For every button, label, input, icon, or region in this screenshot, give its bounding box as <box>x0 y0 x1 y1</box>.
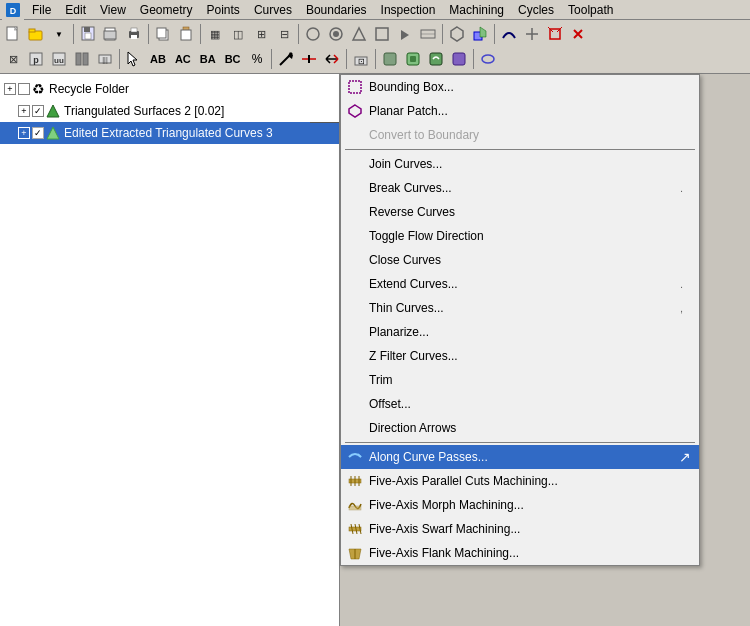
menu-points[interactable]: Points <box>201 1 246 19</box>
tb15[interactable] <box>498 23 520 45</box>
menu-inspection[interactable]: Inspection <box>375 1 442 19</box>
app-icon[interactable]: D <box>2 0 24 21</box>
tb19[interactable]: ⊠ <box>2 48 24 70</box>
tb30[interactable] <box>402 48 424 70</box>
tb12[interactable] <box>417 23 439 45</box>
tree-panel: + ♻ Recycle Folder + Triangulated Surfac… <box>0 74 340 626</box>
ctx-planarize[interactable]: Planarize... <box>341 320 699 344</box>
ctx-trim[interactable]: Trim <box>341 368 699 392</box>
ctx-five-axis-parallel[interactable]: Five-Axis Parallel Cuts Machining... <box>341 469 699 493</box>
svg-marker-23 <box>451 27 463 41</box>
tree-checkbox-edited[interactable] <box>32 127 44 139</box>
ctx-along-curve[interactable]: Along Curve Passes... ↗ <box>341 445 699 469</box>
ctx-join-curves[interactable]: Join Curves... <box>341 152 699 176</box>
tb28[interactable]: ⊡ <box>350 48 372 70</box>
svg-text:uu: uu <box>54 56 64 65</box>
tb33[interactable] <box>477 48 499 70</box>
ctx-five-axis-flank[interactable]: Five-Axis Flank Machining... <box>341 541 699 565</box>
tb22[interactable] <box>71 48 93 70</box>
tb7[interactable] <box>302 23 324 45</box>
tree-expand-recycle[interactable]: + <box>4 83 16 95</box>
tb-bc[interactable]: BC <box>221 48 245 70</box>
menu-machining[interactable]: Machining <box>443 1 510 19</box>
ctx-z-filter[interactable]: Z Filter Curves... <box>341 344 699 368</box>
tb9[interactable] <box>348 23 370 45</box>
ctx-extend-curves[interactable]: Extend Curves... . <box>341 272 699 296</box>
ctx-bounding-box[interactable]: Bounding Box... <box>341 75 699 99</box>
print-button[interactable] <box>123 23 145 45</box>
menu-edit[interactable]: Edit <box>59 1 92 19</box>
menu-cycles[interactable]: Cycles <box>512 1 560 19</box>
tb20[interactable]: p <box>25 48 47 70</box>
paste-button[interactable] <box>175 23 197 45</box>
ctx-planar-patch[interactable]: Planar Patch... <box>341 99 699 123</box>
tb5[interactable]: ⊞ <box>250 23 272 45</box>
dropdown-arrow-1[interactable]: ▼ <box>48 23 70 45</box>
planar-icon <box>347 103 363 119</box>
tb-ba[interactable]: BA <box>196 48 220 70</box>
tb14[interactable] <box>469 23 491 45</box>
svg-rect-9 <box>104 31 116 39</box>
tb13[interactable] <box>446 23 468 45</box>
svg-marker-42 <box>308 55 310 63</box>
svg-rect-53 <box>349 81 361 93</box>
tb16[interactable] <box>521 23 543 45</box>
tb18[interactable] <box>567 23 589 45</box>
select-tool[interactable] <box>123 48 145 70</box>
tb6[interactable]: ⊟ <box>273 23 295 45</box>
svg-marker-51 <box>47 105 59 117</box>
tb17[interactable] <box>544 23 566 45</box>
open-button[interactable] <box>25 23 47 45</box>
tree-item-edited-curves[interactable]: + Edited Extracted Triangulated Curves 3 <box>0 122 339 144</box>
menu-toolpath[interactable]: Toolpath <box>562 1 619 19</box>
new-button[interactable] <box>2 23 24 45</box>
tb29[interactable] <box>379 48 401 70</box>
copy-button[interactable] <box>152 23 174 45</box>
tb27[interactable] <box>321 48 343 70</box>
tb8[interactable] <box>325 23 347 45</box>
tb10[interactable] <box>371 23 393 45</box>
tb-ac[interactable]: AC <box>171 48 195 70</box>
menu-view[interactable]: View <box>94 1 132 19</box>
save-button[interactable] <box>77 23 99 45</box>
svg-marker-25 <box>480 27 486 37</box>
svg-point-50 <box>482 55 494 63</box>
tb4[interactable]: ◫ <box>227 23 249 45</box>
tb11[interactable] <box>394 23 416 45</box>
ctx-toggle-flow[interactable]: Toggle Flow Direction <box>341 224 699 248</box>
tree-item-recycle[interactable]: + ♻ Recycle Folder <box>0 78 339 100</box>
ctx-thin-curves[interactable]: Thin Curves... , <box>341 296 699 320</box>
tree-checkbox-recycle[interactable] <box>18 83 30 95</box>
tree-expand-edited[interactable]: + <box>18 127 30 139</box>
tree-label-edited: Edited Extracted Triangulated Curves 3 <box>64 126 273 140</box>
tb-ab[interactable]: AB <box>146 48 170 70</box>
ctx-five-axis-swarf[interactable]: Five-Axis Swarf Machining... <box>341 517 699 541</box>
svg-rect-61 <box>349 527 361 531</box>
tb32[interactable] <box>448 48 470 70</box>
svg-text:⊡: ⊡ <box>357 57 364 66</box>
recycle-icon: ♻ <box>32 81 45 97</box>
menu-geometry[interactable]: Geometry <box>134 1 199 19</box>
tree-expand-tri[interactable]: + <box>18 105 30 117</box>
ctx-five-axis-morph[interactable]: Five-Axis Morph Machining... <box>341 493 699 517</box>
print-preview-button[interactable] <box>100 23 122 45</box>
ctx-close-curves[interactable]: Close Curves <box>341 248 699 272</box>
ctx-break-curves[interactable]: Break Curves... . <box>341 176 699 200</box>
ctx-offset[interactable]: Offset... <box>341 392 699 416</box>
tb3[interactable]: ▦ <box>204 23 226 45</box>
tb24[interactable]: % <box>246 48 268 70</box>
tb21[interactable]: uu <box>48 48 70 70</box>
tree-checkbox-tri[interactable] <box>32 105 44 117</box>
tb25[interactable] <box>275 48 297 70</box>
tb26[interactable] <box>298 48 320 70</box>
tb23[interactable]: ||| <box>94 48 116 70</box>
tb31[interactable] <box>425 48 447 70</box>
ctx-reverse-curves[interactable]: Reverse Curves <box>341 200 699 224</box>
menu-file[interactable]: File <box>26 1 57 19</box>
tree-item-tri-surf[interactable]: + Triangulated Surfaces 2 [0.02] <box>0 100 339 122</box>
menu-curves[interactable]: Curves <box>248 1 298 19</box>
menu-bar: D File Edit View Geometry Points Curves … <box>0 0 750 20</box>
ctx-direction-arrows[interactable]: Direction Arrows <box>341 416 699 440</box>
svg-marker-52 <box>47 127 59 139</box>
menu-boundaries[interactable]: Boundaries <box>300 1 373 19</box>
